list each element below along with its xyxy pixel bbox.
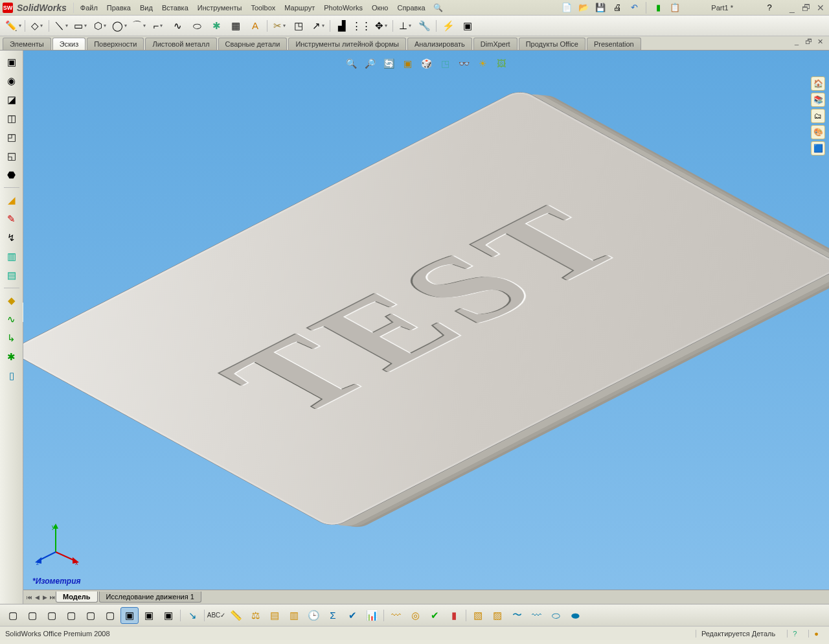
smart-dimension-button[interactable]: ◇	[28, 17, 46, 34]
hide-show-button[interactable]: 👓	[455, 56, 472, 71]
previous-view-button[interactable]: 🔄	[380, 56, 397, 71]
menu-insert[interactable]: Вставка	[158, 3, 192, 13]
simxpress-button[interactable]: ⬭	[547, 607, 565, 624]
hole-wizard-button[interactable]: ⬣	[3, 167, 20, 183]
curves-button[interactable]: ∿	[3, 312, 20, 327]
zoom-fit-button[interactable]: 🔍	[343, 56, 359, 71]
trim-tool-button[interactable]: ✂	[270, 17, 288, 34]
compare-button[interactable]: 〰	[527, 607, 545, 624]
section-view-button[interactable]: ▣	[399, 56, 416, 71]
menu-help[interactable]: Справка	[393, 3, 429, 13]
rib-button[interactable]: ▥	[3, 249, 20, 264]
text-tool-button[interactable]: A	[246, 17, 264, 34]
rectangle-tool-button[interactable]: ▭	[71, 17, 89, 34]
revolve-boss-button[interactable]: ◉	[3, 73, 20, 89]
menu-tools[interactable]: Инструменты	[194, 3, 246, 13]
sketch-button[interactable]: ✏️	[4, 17, 22, 34]
extrude-boss-button[interactable]: ▣	[3, 54, 20, 70]
spline-tool-button[interactable]: ∿	[168, 17, 187, 34]
floxpress-button[interactable]: ⬬	[566, 607, 584, 624]
instant3d-button[interactable]: ▯	[3, 368, 20, 384]
print-button[interactable]: 🖨	[611, 1, 624, 14]
menu-file[interactable]: Файл	[76, 3, 102, 13]
scene-button[interactable]: ☀	[474, 56, 491, 71]
shell-button[interactable]: ▤	[3, 268, 20, 283]
sensor-button[interactable]: ▥	[285, 607, 303, 624]
deviation-button[interactable]: 〰	[387, 607, 405, 624]
circle-tool-button[interactable]: ◯	[110, 17, 128, 34]
spell-check-button[interactable]: ABC✓	[207, 607, 225, 624]
extrude-cut-button[interactable]: ◱	[3, 148, 20, 164]
window-minimize[interactable]: _	[786, 3, 798, 13]
chamfer-button[interactable]: ✎	[3, 211, 20, 227]
point-ref-button[interactable]: ✱	[3, 349, 20, 365]
tab-office[interactable]: Продукты Office	[519, 38, 585, 50]
display-relations-button[interactable]: ⊥	[396, 17, 414, 34]
viewport[interactable]: 🔍 🔎 🔄 ▣ 🎲 ◳ 👓 ☀ 🖼 🏠 📚 🗂 🎨 🟦 TEST	[23, 51, 829, 604]
reference-geom-button[interactable]: ◆	[3, 293, 20, 308]
point-tool-button[interactable]: ✱	[207, 17, 225, 34]
tab-weldments[interactable]: Сварные детали	[218, 38, 288, 50]
appearances-button[interactable]: 🟦	[811, 141, 825, 155]
mass-props-button[interactable]: ⚖	[246, 607, 264, 624]
tab-presentation[interactable]: Presentation	[587, 38, 641, 50]
apply-scene-button[interactable]: 🖼	[493, 56, 510, 71]
tab-evaluate[interactable]: Анализировать	[407, 38, 472, 50]
measure-button[interactable]: 📏	[227, 607, 245, 624]
swept-boss-button[interactable]: ◪	[3, 92, 20, 108]
menu-toolbox[interactable]: Toolbox	[247, 3, 279, 13]
new-doc-button[interactable]: 📄	[560, 1, 573, 14]
boundary-boss-button[interactable]: ◰	[3, 130, 20, 145]
parting-line-button[interactable]: ▨	[488, 607, 506, 624]
curvature-button[interactable]: ✔	[426, 607, 444, 624]
view-triad[interactable]: y x z	[35, 521, 80, 568]
status-rebuild-icon[interactable]: ●	[808, 630, 824, 638]
polygon-tool-button[interactable]: ⬡	[91, 17, 109, 34]
design-library-button[interactable]: 📚	[811, 93, 825, 107]
plane-tool-button[interactable]: ▦	[227, 17, 245, 34]
statistics-button[interactable]: 🕒	[304, 607, 323, 624]
tab-motion-study[interactable]: Исследование движения 1	[99, 592, 201, 603]
view-orientation-button[interactable]: 🎲	[418, 56, 435, 71]
open-doc-button[interactable]: 📂	[577, 1, 590, 14]
ellipse-tool-button[interactable]: ⬭	[188, 17, 206, 34]
save-button[interactable]: 💾	[594, 1, 607, 14]
undo-button[interactable]: ↶	[628, 1, 641, 14]
view-trimetric-button[interactable]: ▣	[140, 607, 158, 624]
import-diag-button[interactable]: 📊	[363, 607, 381, 624]
display-style-button[interactable]: ◳	[437, 56, 453, 71]
tab-moldtools[interactable]: Инструменты литейной формы	[288, 38, 406, 50]
help-button[interactable]: ?	[763, 1, 776, 14]
view-top-button[interactable]: ▢	[82, 607, 100, 624]
view-palette-button[interactable]: 🎨	[811, 125, 825, 139]
view-iso-button[interactable]: ▣	[120, 607, 139, 624]
menu-window[interactable]: Окно	[368, 3, 392, 13]
tab-model[interactable]: Модель	[56, 592, 98, 603]
tab-first[interactable]: ⏮	[26, 594, 33, 601]
offset-entities-button[interactable]: ↗	[309, 17, 327, 34]
move-entities-button[interactable]: ✥	[372, 17, 390, 34]
tab-sketch[interactable]: Эскиз	[52, 38, 85, 50]
file-explorer-button[interactable]: 🗂	[811, 109, 825, 123]
thickness-button[interactable]: 〜	[508, 607, 526, 624]
rebuild-button[interactable]: ▮	[652, 1, 664, 14]
doc-minimize[interactable]: _	[791, 38, 802, 47]
convert-entities-button[interactable]: ◳	[290, 17, 308, 34]
tab-dimxpert[interactable]: DimXpert	[473, 38, 517, 50]
view-bottom-button[interactable]: ▢	[101, 607, 119, 624]
view-left-button[interactable]: ▢	[43, 607, 61, 624]
check-button[interactable]: ✔	[343, 607, 361, 624]
options-button[interactable]: 📋	[668, 1, 681, 14]
linear-pattern-button[interactable]: ⋮⋮	[352, 17, 370, 34]
undercut-button[interactable]: ▧	[469, 607, 487, 624]
zebra-button[interactable]: ◎	[406, 607, 424, 624]
menu-edit[interactable]: Правка	[103, 3, 135, 13]
coordinate-button[interactable]: ↳	[3, 330, 20, 346]
menu-route[interactable]: Маршрут	[280, 3, 319, 13]
doc-restore[interactable]: 🗗	[803, 38, 813, 47]
loft-boss-button[interactable]: ◫	[3, 111, 20, 126]
rapid-sketch-button[interactable]: ▣	[459, 17, 477, 34]
home-taskpane-button[interactable]: 🏠	[811, 76, 825, 91]
pattern-button[interactable]: ↯	[3, 230, 20, 246]
quick-snap-button[interactable]: ⚡	[439, 17, 457, 34]
